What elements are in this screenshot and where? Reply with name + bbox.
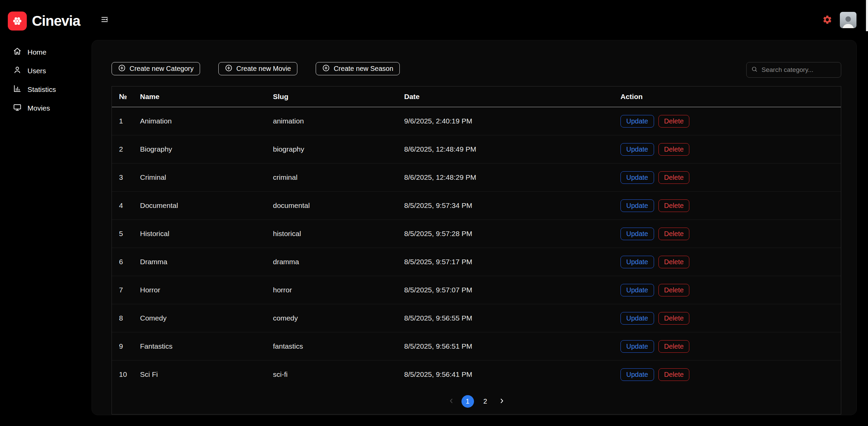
category-slug: criminal <box>266 173 397 181</box>
brand-name: Cinevia <box>32 13 80 29</box>
plus-circle-icon <box>322 64 330 74</box>
row-actions: Update Delete <box>613 143 841 156</box>
update-button[interactable]: Update <box>620 340 654 353</box>
row-number: 10 <box>112 370 133 379</box>
category-date: 8/6/2025, 12:48:29 PM <box>397 173 613 181</box>
update-button[interactable]: Update <box>620 143 654 156</box>
gear-icon <box>822 15 832 26</box>
header-name: Name <box>133 93 266 101</box>
category-slug: animation <box>266 117 397 125</box>
update-button[interactable]: Update <box>620 312 654 325</box>
table-row: 3 Criminal criminal 8/6/2025, 12:48:29 P… <box>112 163 841 191</box>
category-name: Documental <box>133 201 266 210</box>
scrollbar[interactable] <box>866 0 868 31</box>
category-date: 8/5/2025, 9:57:07 PM <box>397 286 613 294</box>
sidebar-item-label: Statistics <box>27 85 56 94</box>
header-date: Date <box>397 93 613 101</box>
row-actions: Update Delete <box>613 199 841 212</box>
delete-button[interactable]: Delete <box>658 256 690 268</box>
search-category-input[interactable] <box>761 66 836 74</box>
table-body: 1 Animation animation 9/6/2025, 2:40:19 … <box>112 107 841 388</box>
toolbar: Create new Category Create new Movie <box>112 62 841 78</box>
row-number: 8 <box>112 314 133 322</box>
header-number: № <box>112 93 133 101</box>
statistics-icon <box>13 84 22 95</box>
category-slug: comedy <box>266 314 397 322</box>
table-row: 1 Animation animation 9/6/2025, 2:40:19 … <box>112 107 841 135</box>
category-date: 8/5/2025, 9:57:34 PM <box>397 201 613 210</box>
pagination-page-2[interactable]: 2 <box>479 395 492 408</box>
update-button[interactable]: Update <box>620 199 654 212</box>
update-button[interactable]: Update <box>620 228 654 240</box>
sidebar-item-label: Home <box>27 48 46 56</box>
delete-button[interactable]: Delete <box>658 340 690 353</box>
category-date: 8/5/2025, 9:56:41 PM <box>397 370 613 379</box>
header-action: Action <box>613 93 841 101</box>
create-season-label: Create new Season <box>334 65 393 73</box>
chevron-left-icon <box>448 397 455 406</box>
pagination-next-button[interactable] <box>497 396 507 407</box>
plus-circle-icon <box>225 64 233 74</box>
user-avatar[interactable] <box>840 12 856 28</box>
category-date: 8/5/2025, 9:56:51 PM <box>397 342 613 350</box>
category-name: Biography <box>133 145 266 153</box>
sidebar-item-movies[interactable]: Movies <box>0 99 92 117</box>
create-movie-label: Create new Movie <box>236 65 291 73</box>
film-reel-icon <box>8 12 27 31</box>
category-name: Animation <box>133 117 266 125</box>
table-row: 7 Horror horror 8/5/2025, 9:57:07 PM Upd… <box>112 276 841 304</box>
row-actions: Update Delete <box>613 368 841 381</box>
sidebar-item-label: Movies <box>27 104 50 112</box>
main-area: Create new Category Create new Movie <box>92 40 868 426</box>
delete-button[interactable]: Delete <box>658 115 690 128</box>
update-button[interactable]: Update <box>620 115 654 128</box>
category-name: Fantastics <box>133 342 266 350</box>
create-category-label: Create new Category <box>130 65 194 73</box>
row-number: 2 <box>112 145 133 153</box>
update-button[interactable]: Update <box>620 368 654 381</box>
row-actions: Update Delete <box>613 171 841 184</box>
settings-button[interactable] <box>820 13 834 28</box>
delete-button[interactable]: Delete <box>658 143 690 156</box>
brand-logo[interactable]: Cinevia <box>8 12 80 31</box>
delete-button[interactable]: Delete <box>658 284 690 296</box>
update-button[interactable]: Update <box>620 171 654 184</box>
table-row: 8 Comedy comedy 8/5/2025, 9:56:55 PM Upd… <box>112 304 841 332</box>
row-number: 4 <box>112 201 133 210</box>
category-name: Historical <box>133 230 266 238</box>
category-name: Comedy <box>133 314 266 322</box>
row-number: 5 <box>112 230 133 238</box>
delete-button[interactable]: Delete <box>658 171 690 184</box>
delete-button[interactable]: Delete <box>658 368 690 381</box>
row-actions: Update Delete <box>613 115 841 128</box>
sidebar-item-statistics[interactable]: Statistics <box>0 80 92 99</box>
table-row: 5 Historical historical 8/5/2025, 9:57:2… <box>112 219 841 248</box>
topbar <box>92 0 868 40</box>
delete-button[interactable]: Delete <box>658 199 690 212</box>
row-actions: Update Delete <box>613 228 841 240</box>
sidebar-item-users[interactable]: Users <box>0 61 92 80</box>
category-slug: horror <box>266 286 397 294</box>
category-slug: dramma <box>266 258 397 266</box>
create-season-button[interactable]: Create new Season <box>316 62 400 75</box>
search-box <box>746 62 841 78</box>
delete-button[interactable]: Delete <box>658 312 690 325</box>
category-name: Horror <box>133 286 266 294</box>
delete-button[interactable]: Delete <box>658 228 690 240</box>
collapse-sidebar-button[interactable] <box>98 13 111 27</box>
categories-table: № Name Slug Date Action 1 Animation anim… <box>112 86 841 414</box>
update-button[interactable]: Update <box>620 284 654 296</box>
category-date: 8/5/2025, 9:57:28 PM <box>397 230 613 238</box>
sidebar-item-home[interactable]: Home <box>0 43 92 61</box>
category-name: Criminal <box>133 173 266 181</box>
category-date: 9/6/2025, 2:40:19 PM <box>397 117 613 125</box>
create-category-button[interactable]: Create new Category <box>112 62 200 75</box>
update-button[interactable]: Update <box>620 256 654 268</box>
create-movie-button[interactable]: Create new Movie <box>218 62 297 75</box>
table-row: 10 Sci Fi sci-fi 8/5/2025, 9:56:41 PM Up… <box>112 360 841 388</box>
chevron-right-icon <box>498 397 506 406</box>
table-row: 9 Fantastics fantastics 8/5/2025, 9:56:5… <box>112 332 841 360</box>
pagination-prev-button[interactable] <box>446 396 456 407</box>
pagination-page-1[interactable]: 1 <box>461 395 474 408</box>
category-slug: fantastics <box>266 342 397 350</box>
